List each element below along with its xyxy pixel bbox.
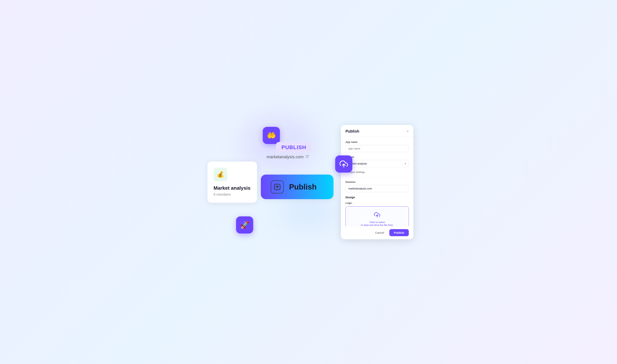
- projeto-field-group: Projeto Market analysis ▼: [345, 156, 409, 167]
- logo-label: Logo:: [345, 202, 409, 204]
- floating-upload-icon: [335, 156, 352, 173]
- publish-button[interactable]: Publish: [389, 229, 409, 236]
- modal-title: Publish: [345, 129, 359, 133]
- project-settings-link[interactable]: › Project Settings: [345, 171, 409, 173]
- card-members: 6 members: [214, 193, 251, 196]
- floating-key-icon: 🤲: [263, 127, 280, 144]
- close-button[interactable]: ×: [407, 129, 409, 133]
- card-icon: 💰: [214, 168, 227, 181]
- floating-rocket-icon: 🚀: [236, 216, 253, 234]
- app-name-field-group: App name: [345, 141, 409, 152]
- dominio-label: Domínio: [345, 181, 409, 183]
- publish-button-text: Publish: [289, 183, 316, 191]
- publish-icon-box: [271, 180, 284, 193]
- publish-badge: PUBLISH: [276, 142, 312, 153]
- modal-body: App name Projeto Market analysis ▼ › Pro…: [341, 137, 413, 226]
- section-divider: [345, 177, 409, 177]
- modal-footer: Cancel Publish: [341, 226, 413, 239]
- project-card: 💰 Market analysis 6 members: [207, 162, 257, 203]
- publish-button-card[interactable]: Publish: [261, 175, 333, 199]
- app-name-label: App name: [345, 141, 409, 143]
- upload-cloud-icon: [349, 212, 406, 219]
- app-name-input[interactable]: [345, 145, 409, 152]
- upload-area[interactable]: Click to select or drag and drop the fil…: [345, 206, 409, 226]
- modal-header: Publish ×: [341, 125, 413, 137]
- design-section: Design Logo: Click to select or drag and…: [345, 196, 409, 226]
- svg-line-0: [307, 155, 308, 156]
- card-title: Market analysis: [214, 185, 251, 191]
- cancel-button[interactable]: Cancel: [372, 229, 387, 236]
- design-label: Design: [345, 196, 409, 199]
- domain-link[interactable]: marketanalysis.com: [267, 155, 309, 159]
- projeto-label: Projeto: [345, 156, 409, 158]
- projeto-select-wrapper: Market analysis ▼: [345, 160, 409, 167]
- upload-click-label: Click to select: [349, 221, 406, 224]
- scene: 💰 Market analysis 6 members 🤲 PUBLISH ma…: [204, 125, 413, 239]
- upload-drop-label: or drag and drop the file here.: [349, 224, 406, 226]
- dominio-input[interactable]: [345, 185, 409, 192]
- external-link-icon: [305, 155, 309, 159]
- modal-panel: Publish × App name Projeto Market analys…: [341, 125, 413, 239]
- dominio-field-group: Domínio: [345, 181, 409, 192]
- projeto-select[interactable]: Market analysis: [345, 160, 409, 167]
